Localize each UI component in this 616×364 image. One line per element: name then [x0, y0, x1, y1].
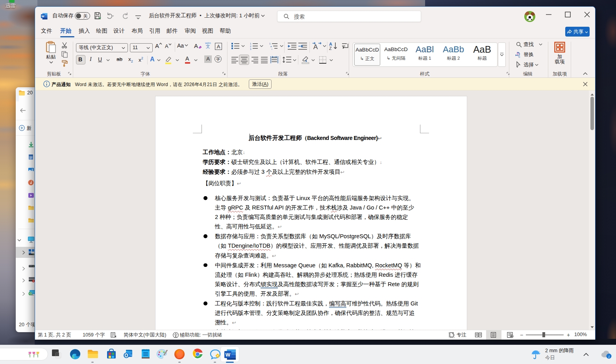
- svg-text:1: 1: [250, 42, 252, 45]
- svg-text:W: W: [41, 15, 44, 18]
- svg-text:i: i: [608, 354, 609, 359]
- svg-text:a: a: [270, 45, 272, 48]
- svg-text:i: i: [272, 48, 272, 50]
- svg-text:A: A: [313, 43, 318, 51]
- svg-text:Z: Z: [329, 46, 332, 51]
- svg-text:W: W: [226, 352, 231, 358]
- svg-text:1: 1: [269, 42, 271, 45]
- svg-text:2: 2: [250, 45, 252, 48]
- svg-text:3: 3: [250, 48, 252, 50]
